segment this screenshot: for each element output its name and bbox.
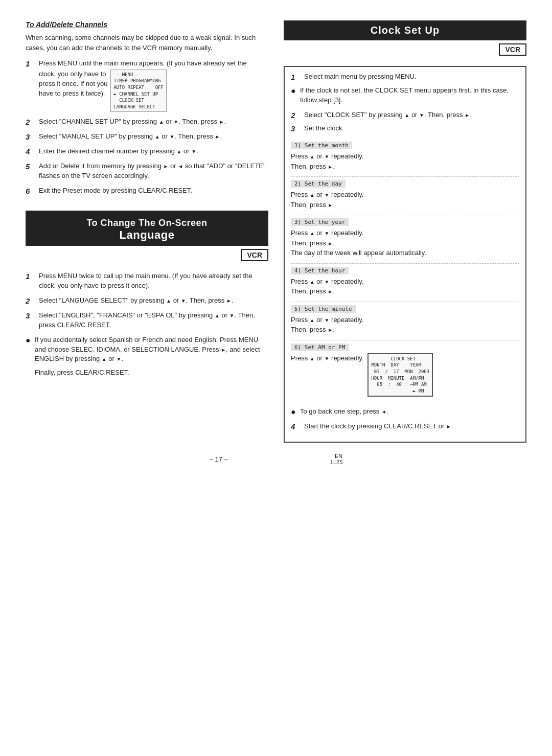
add-delete-steps: 1 Press MENU until the main menu appears… (26, 59, 268, 195)
bullet-dot-1: ● (26, 334, 35, 346)
clock-day-text: Press ▲ or ▼ repeatedly. Then, press ►. (291, 190, 519, 210)
step-num-4: 4 (26, 147, 37, 156)
clock-step-num-3: 3 (291, 124, 302, 133)
clock-step-num-4: 4 (291, 422, 302, 431)
step-content-4: Enter the desired channel number by pres… (39, 147, 268, 156)
step-num-1: 1 (26, 59, 37, 68)
menu-display: - MENU - TIMER PROGRAMMING AUTO REPEAT O… (110, 70, 167, 112)
clock-label-day: 2) Set the day (291, 180, 346, 188)
right-column: Clock Set Up VCR 1 Select main menu by p… (284, 20, 526, 443)
clock-ampm-line: Press ▲ or ▼ repeatedly. (291, 353, 363, 363)
lang-step-num-2: 2 (26, 296, 37, 305)
clock-step-1-text: Select main menu by pressing MENU. (304, 73, 417, 80)
lang-step-2: 2 Select "LANGUAGE SELECT" by pressing ▲… (26, 296, 268, 306)
clock-label-year: 3) Set the year (291, 218, 349, 226)
step-num-2: 2 (26, 118, 37, 126)
clock-sub-ampm: 6) Set AM or PM Press ▲ or ▼ repeatedly.… (291, 340, 519, 402)
footer-page-number: – 17 – (210, 455, 228, 463)
lang-step-content-2: Select "LANGUAGE SELECT" by pressing ▲ o… (39, 296, 268, 306)
lang-finally-text: Finally, press CLEAR/C.RESET. (35, 369, 129, 376)
vcr-badge-language: VCR (241, 249, 268, 261)
page-container: To Add/Delete Channels When scanning, so… (26, 20, 526, 443)
footer-code: 1L25 (330, 459, 342, 465)
clock-bullet-1-text: If the clock is not set, the CLOCK SET m… (300, 86, 519, 105)
step-content-1: Press MENU until the main menu appears. … (39, 59, 268, 112)
step-2: 2 Select "CHANNEL SET UP" by pressing ▲ … (26, 117, 268, 127)
language-steps: 1 Press MENU twice to call up the main m… (26, 271, 268, 330)
back-bullet-dot: ● (291, 406, 300, 418)
clock-display: CLOCK SET MONTH DAY YEAR 03 / 17 MON 200… (367, 353, 433, 397)
step-1-text: Press MENU until the main menu appears. … (39, 59, 247, 67)
clock-step-content-4: Start the clock by pressing CLEAR/C.RESE… (304, 422, 519, 431)
left-column: To Add/Delete Channels When scanning, so… (26, 20, 268, 443)
lang-step-num-1: 1 (26, 272, 37, 281)
back-note: ● To go back one step, press ◄. (291, 407, 519, 418)
step-1: 1 Press MENU until the main menu appears… (26, 59, 268, 112)
step-5: 5 Add or Delete it from memory by pressi… (26, 162, 268, 181)
clock-hour-text: Press ▲ or ▼ repeatedly. Then, press ►. (291, 277, 519, 296)
step-3: 3 Select "MANUAL SET UP" by pressing ▲ o… (26, 132, 268, 142)
clock-step-3-text: Set the clock. (304, 124, 344, 132)
clock-step-content-1: Select main menu by pressing MENU. (304, 72, 519, 82)
clock-step-num-2: 2 (291, 111, 302, 120)
clock-label-month: 1) Set the month (291, 142, 352, 149)
clock-content: 1 Select main menu by pressing MENU. ● I… (284, 66, 526, 443)
footer-right: EN 1L25 (330, 453, 342, 465)
language-title: To Change The On-Screen Language (26, 211, 268, 246)
step-content-6: Exit the Preset mode by pressing CLEAR/C… (39, 186, 268, 196)
lang-step-content-1: Press MENU twice to call up the main men… (39, 271, 268, 291)
clock-sub-month: 1) Set the month Press ▲ or ▼ repeatedly… (291, 139, 519, 177)
lang-bullet-1-text: If you accidentally select Spanish or Fr… (35, 335, 268, 364)
step-num-5: 5 (26, 162, 37, 171)
footer-lang: EN (335, 453, 342, 459)
step-6: 6 Exit the Preset mode by pressing CLEAR… (26, 186, 268, 196)
clock-sub-hour: 4) Set the hour Press ▲ or ▼ repeatedly.… (291, 264, 519, 302)
clock-step-num-1: 1 (291, 73, 302, 81)
clock-bullet-dot: ● (291, 85, 300, 97)
clock-sub-minute: 5) Set the minute Press ▲ or ▼ repeatedl… (291, 302, 519, 340)
add-delete-title: To Add/Delete Channels (26, 20, 268, 29)
clock-setup-title: Clock Set Up (284, 20, 526, 40)
add-delete-intro: When scanning, some channels may be skip… (26, 33, 268, 53)
clock-label-hour: 4) Set the hour (291, 267, 349, 274)
step-content-5: Add or Delete it from memory by pressing… (39, 162, 268, 181)
clock-bullet-1: ● If the clock is not set, the CLOCK SET… (291, 86, 519, 105)
step-num-6: 6 (26, 187, 37, 195)
lang-bullet-1: ● If you accidentally select Spanish or … (26, 335, 268, 364)
clock-minute-text: Press ▲ or ▼ repeatedly. Then, press ►. (291, 315, 519, 335)
clock-ampm-text: Press ▲ or ▼ repeatedly. CLOCK SET MONTH… (291, 353, 519, 397)
clock-step-1-item: 1 Select main menu by pressing MENU. (291, 72, 519, 82)
clock-sub-steps: 1) Set the month Press ▲ or ▼ repeatedly… (291, 139, 519, 402)
step-num-3: 3 (26, 132, 37, 141)
step-4: 4 Enter the desired channel number by pr… (26, 147, 268, 156)
add-delete-section: To Add/Delete Channels When scanning, so… (26, 20, 268, 195)
step-content-3: Select "MANUAL SET UP" by pressing ▲ or … (39, 132, 268, 142)
lang-step-3: 3 Select "ENGLISH", "FRANCAIS" or "ESPA … (26, 311, 268, 330)
back-note-text: To go back one step, press ◄. (300, 407, 388, 417)
clock-year-text: Press ▲ or ▼ repeatedly. Then, press ►. … (291, 228, 519, 258)
language-title-line2: Language (31, 228, 263, 242)
clock-sub-year: 3) Set the year Press ▲ or ▼ repeatedly.… (291, 215, 519, 264)
language-section: To Change The On-Screen Language VCR 1 P… (26, 211, 268, 378)
clock-step-content-2: Select "CLOCK SET" by pressing ▲ or ▼. T… (304, 110, 519, 120)
clock-label-ampm: 6) Set AM or PM (291, 343, 349, 351)
language-title-line1: To Change The On-Screen (86, 218, 207, 228)
clock-month-text: Press ▲ or ▼ repeatedly. Then, press ►. (291, 151, 519, 171)
lang-step-num-3: 3 (26, 311, 37, 320)
clock-sub-day: 2) Set the day Press ▲ or ▼ repeatedly. … (291, 177, 519, 215)
lang-step-content-3: Select "ENGLISH", "FRANCAIS" or "ESPA OL… (39, 311, 268, 330)
clock-step-content-3: Set the clock. (304, 124, 519, 133)
clock-label-minute: 5) Set the minute (291, 305, 356, 313)
clock-step-4-item: 4 Start the clock by pressing CLEAR/C.RE… (291, 422, 519, 431)
lang-step-1: 1 Press MENU twice to call up the main m… (26, 271, 268, 291)
lang-finally: Finally, press CLEAR/C.RESET. (35, 368, 268, 378)
page-footer: – 17 – EN 1L25 (26, 453, 526, 465)
vcr-badge-clock: VCR (499, 43, 526, 56)
step-content-2: Select "CHANNEL SET UP" by pressing ▲ or… (39, 117, 268, 127)
clock-step-2-item: 2 Select "CLOCK SET" by pressing ▲ or ▼.… (291, 110, 519, 120)
step-1-text2: clock, you only have topress it once. If… (39, 70, 107, 99)
clock-step-3-item: 3 Set the clock. (291, 124, 519, 133)
